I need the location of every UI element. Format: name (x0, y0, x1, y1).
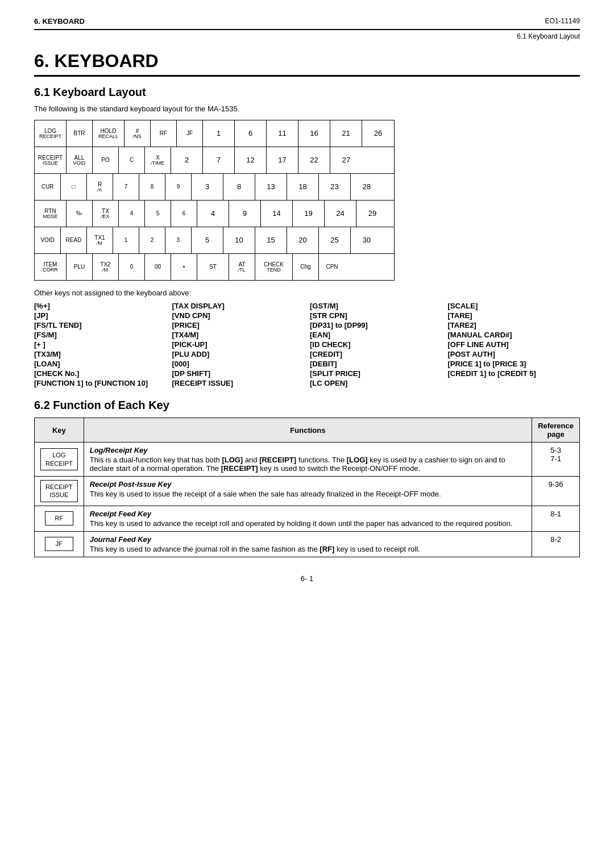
page-number: 6- 1 (301, 574, 313, 583)
key-27[interactable]: 27 (330, 147, 362, 173)
other-key-24: [POST AUTH] (448, 350, 580, 358)
keyboard-layout: LOGRECEIPT BTR HOLDRECALL #⁄NS RF JF 1 6… (34, 120, 395, 281)
key-tx2-m[interactable]: TX2⁄M (93, 254, 119, 280)
other-key-10: [PRICE] (172, 321, 305, 329)
key-6b[interactable]: 6 (171, 201, 197, 227)
key-22[interactable]: 22 (298, 147, 330, 173)
key-10[interactable]: 10 (223, 227, 255, 253)
key-r-a[interactable]: R⁄A (87, 174, 113, 200)
key-rtn-mdse[interactable]: RTNMDSE (35, 201, 67, 227)
key-chg[interactable]: Chg (293, 254, 319, 280)
table-row-receipt-issue: RECEIPT ISSUE Receipt Post-Issue Key Thi… (35, 477, 580, 506)
key-13[interactable]: 13 (255, 174, 287, 200)
other-key-16: [MANUAL CARD#] (448, 331, 580, 339)
key-hash-ns[interactable]: #⁄NS (125, 120, 151, 147)
key-12[interactable]: 12 (235, 147, 267, 173)
key-rf[interactable]: RF (151, 120, 177, 147)
key-9[interactable]: 9 (165, 174, 192, 200)
ref-cell-jf: 8-2 (532, 531, 580, 557)
key-8b[interactable]: 8 (223, 174, 255, 200)
key-0[interactable]: 0 (119, 254, 145, 280)
key-3[interactable]: 3 (192, 174, 223, 200)
key-box-jf: JF (45, 537, 73, 550)
other-key-1: [%+] (34, 302, 167, 310)
other-key-4: [SCALE] (448, 302, 580, 310)
key-7[interactable]: 7 (113, 174, 139, 200)
kb-row-3: CUR □ R⁄A 7 8 9 3 8 13 18 23 28 (35, 174, 394, 201)
key-hold-recall[interactable]: HOLDRECALL (93, 120, 125, 147)
key-00[interactable]: 00 (145, 254, 171, 280)
key-read[interactable]: READ (61, 227, 87, 253)
key-jf[interactable]: JF (177, 120, 203, 147)
key-1b[interactable]: 1 (113, 227, 139, 253)
kb-row-1: LOGRECEIPT BTR HOLDRECALL #⁄NS RF JF 1 6… (35, 120, 394, 147)
key-24[interactable]: 24 (325, 201, 356, 227)
table-row-log-receipt: LOG RECEIPT Log/Receipt Key This is a du… (35, 443, 580, 477)
func-cell-rf: Receipt Feed Key This key is used to adv… (84, 506, 532, 531)
key-x-time[interactable]: X⁄TIME (145, 147, 171, 173)
functions-table: Key Functions Referencepage LOG RECEIPT … (34, 418, 580, 557)
key-9b[interactable]: 9 (229, 201, 261, 227)
header-section: 6. KEYBOARD (34, 17, 85, 26)
key-6[interactable]: 6 (235, 120, 267, 147)
key-pct-minus[interactable]: %- (67, 201, 93, 227)
key-20[interactable]: 20 (287, 227, 319, 253)
key-cur[interactable]: CUR (35, 174, 61, 200)
other-key-27: [DEBIT] (310, 360, 442, 368)
key-18[interactable]: 18 (287, 174, 319, 200)
col-header-key: Key (35, 418, 84, 443)
col-header-functions: Functions (84, 418, 532, 443)
key-3b[interactable]: 3 (165, 227, 192, 253)
key-cpn[interactable]: CPN (319, 254, 345, 280)
key-17[interactable]: 17 (267, 147, 298, 173)
key-25[interactable]: 25 (319, 227, 351, 253)
key-7[interactable]: 7 (203, 147, 235, 173)
key-26[interactable]: 26 (362, 120, 394, 147)
key-19[interactable]: 19 (293, 201, 325, 227)
key-plu[interactable]: PLU (67, 254, 93, 280)
other-keys-section: [%+] [TAX DISPLAY] [GST/M] [SCALE] [JP] … (34, 302, 580, 387)
key-all-void[interactable]: ALLVOID (67, 147, 93, 173)
key-23[interactable]: 23 (319, 174, 351, 200)
other-key-31: [SPLIT PRICE] (310, 369, 442, 378)
key-4[interactable]: 4 (119, 201, 145, 227)
key-2b[interactable]: 2 (139, 227, 165, 253)
key-tx1-m[interactable]: TX1⁄M (87, 227, 113, 253)
key-log-receipt[interactable]: LOGRECEIPT (35, 120, 67, 147)
key-14[interactable]: 14 (261, 201, 293, 227)
key-5[interactable]: 5 (145, 201, 171, 227)
key-29[interactable]: 29 (356, 201, 388, 227)
key-28[interactable]: 28 (351, 174, 383, 200)
key-c[interactable]: C (119, 147, 145, 173)
key-4b[interactable]: 4 (197, 201, 229, 227)
key-5b[interactable]: 5 (192, 227, 223, 253)
other-key-21: [TX3/M] (34, 350, 167, 358)
key-square[interactable]: □ (61, 174, 87, 200)
key-tx-ex[interactable]: TX⁄EX (93, 201, 119, 227)
func-title-log-receipt: Log/Receipt Key (90, 446, 526, 454)
other-key-6: [VND CPN] (172, 311, 305, 320)
section1-title: 6.1 Keyboard Layout (34, 86, 580, 99)
key-st[interactable]: ST (197, 254, 229, 280)
key-1[interactable]: 1 (203, 120, 235, 147)
other-key-29: [CHECK No.] (34, 369, 167, 378)
key-check-tend[interactable]: CHECKTEND (255, 254, 293, 280)
key-dot[interactable]: • (171, 254, 197, 280)
key-16[interactable]: 16 (298, 120, 330, 147)
key-30[interactable]: 30 (351, 227, 383, 253)
key-cell-receipt-issue: RECEIPT ISSUE (35, 477, 84, 506)
header-sub: 6.1 Keyboard Layout (517, 32, 580, 40)
key-receipt-issue[interactable]: RECEIPTISSUE (35, 147, 67, 173)
key-btr[interactable]: BTR (67, 120, 93, 147)
key-2[interactable]: 2 (171, 147, 203, 173)
other-key-15: [EAN] (310, 331, 442, 339)
key-void[interactable]: VOID (35, 227, 61, 253)
key-15[interactable]: 15 (255, 227, 287, 253)
key-item-corr[interactable]: ITEMCORR (35, 254, 67, 280)
key-8[interactable]: 8 (139, 174, 165, 200)
key-11[interactable]: 11 (267, 120, 298, 147)
key-at-tl[interactable]: AT⁄TL (229, 254, 255, 280)
kb-row-5: VOID READ TX1⁄M 1 2 3 5 10 15 20 25 30 (35, 227, 394, 254)
key-po[interactable]: PO (93, 147, 119, 173)
key-21[interactable]: 21 (330, 120, 362, 147)
